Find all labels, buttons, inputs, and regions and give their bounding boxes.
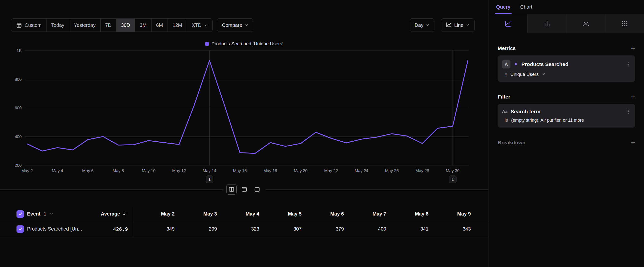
select-all-checkbox[interactable]: [16, 210, 24, 218]
series-letter-badge: A: [502, 60, 510, 69]
event-header-cell[interactable]: Event 1: [16, 207, 94, 221]
range-label: 12M: [172, 23, 182, 28]
date-column-header[interactable]: May 5: [259, 211, 302, 217]
panel-tab-bar: QueryChart: [489, 0, 644, 14]
layout-toggle-chart-only[interactable]: [239, 184, 250, 195]
filter-property-name[interactable]: Search term: [511, 109, 622, 115]
cell-value: 299: [175, 226, 217, 232]
view-tab-pivot-grid[interactable]: [606, 14, 644, 33]
date-column-header[interactable]: May 9: [428, 211, 471, 217]
range-button-custom[interactable]: Custom: [11, 19, 46, 32]
layout-toggle-table-only[interactable]: [252, 184, 262, 195]
visualization-tab-bar: [489, 14, 644, 33]
date-column-header[interactable]: May 2: [132, 211, 175, 217]
filter-value[interactable]: (empty string), Air purifier, or 11 more: [511, 118, 584, 123]
kebab-menu-icon[interactable]: [626, 62, 631, 67]
x-tick-label: May 8: [113, 168, 124, 173]
metric-card[interactable]: A ✦ Products Searched # Unique Users: [498, 55, 635, 82]
check-icon: [18, 212, 23, 216]
y-tick-label: 400: [15, 134, 22, 139]
y-tick-label: 200: [15, 163, 22, 168]
results-table: Event 1 Average May 2May 3May 4May 5May …: [0, 207, 488, 237]
filter-operator[interactable]: Is: [504, 118, 508, 123]
layout-toggle-split-view[interactable]: [226, 184, 237, 195]
range-label: XTD: [192, 23, 202, 28]
annotation-badge[interactable]: 1: [449, 176, 456, 183]
date-column-header[interactable]: May 7: [344, 211, 386, 217]
compare-label: Compare: [222, 23, 242, 28]
panel-tab-query[interactable]: Query: [496, 0, 510, 14]
sort-icon[interactable]: [122, 211, 128, 217]
range-button-7d[interactable]: 7D: [100, 19, 116, 32]
range-button-xtd[interactable]: XTD: [187, 19, 212, 32]
add-filter-button[interactable]: +: [631, 94, 635, 100]
range-label: Yesterday: [74, 23, 96, 28]
cell-value: 349: [132, 226, 175, 232]
annotation-badge[interactable]: 1: [206, 176, 213, 183]
range-label: 6M: [156, 23, 163, 28]
chevron-down-icon: [542, 72, 546, 77]
sort-icon: [122, 211, 128, 216]
x-tick-label: May 28: [416, 168, 429, 173]
view-tab-line-chart[interactable]: [489, 14, 528, 33]
table-body: Products Searched [Un...426.934929932330…: [0, 221, 488, 237]
table-header-row: Event 1 Average May 2May 3May 4May 5May …: [0, 207, 488, 221]
filter-card-row: Aa Search term: [502, 109, 631, 115]
y-tick-label: 800: [15, 77, 22, 82]
add-metric-button[interactable]: +: [631, 45, 635, 52]
granularity-button[interactable]: Day: [410, 19, 435, 32]
kebab-menu-icon[interactable]: [626, 109, 631, 114]
date-column-header[interactable]: May 4: [217, 211, 259, 217]
range-label: 7D: [105, 23, 112, 28]
metric-name[interactable]: Products Searched: [521, 61, 622, 67]
chart-canvas[interactable]: 2004006008001KMay 2May 4May 6May 8May 10…: [10, 47, 471, 185]
check-icon: [18, 227, 23, 231]
range-button-3m[interactable]: 3M: [135, 19, 152, 32]
measure-row[interactable]: # Unique Users: [502, 72, 631, 77]
pivot-grid-icon: [621, 20, 628, 27]
line-chart: 2004006008001KMay 2May 4May 6May 8May 10…: [10, 47, 488, 185]
filter-condition-row[interactable]: Is (empty string), Air purifier, or 11 m…: [502, 118, 631, 123]
range-button-30d[interactable]: 30D: [116, 19, 135, 32]
compare-button[interactable]: Compare: [217, 19, 253, 32]
date-column-header[interactable]: May 8: [386, 211, 428, 217]
chart-table-divider: [0, 189, 488, 190]
x-tick-label: May 24: [355, 168, 368, 173]
panel-tab-chart[interactable]: Chart: [520, 0, 532, 14]
add-breakdown-button[interactable]: +: [631, 139, 635, 146]
x-tick-label: May 2: [22, 168, 33, 173]
range-button-yesterday[interactable]: Yesterday: [69, 19, 100, 32]
svg-text:1: 1: [452, 177, 454, 182]
filter-card[interactable]: Aa Search term Is (empty string), Air pu…: [498, 104, 635, 128]
date-column-header[interactable]: May 6: [302, 211, 344, 217]
range-label: 3M: [140, 23, 146, 28]
view-tab-flow-chart[interactable]: [566, 14, 606, 33]
flow-chart-icon: [582, 20, 590, 27]
x-tick-label: May 20: [294, 168, 308, 173]
x-tick-label: May 16: [233, 168, 247, 173]
range-button-12m[interactable]: 12M: [168, 19, 187, 32]
view-tab-bar-chart[interactable]: [528, 14, 566, 33]
chevron-down-icon: [245, 23, 248, 27]
legend-swatch: [205, 42, 209, 46]
cell-value: 379: [302, 226, 344, 232]
range-button-today[interactable]: Today: [46, 19, 69, 32]
event-sparkle-icon: ✦: [514, 62, 518, 67]
chart-type-button[interactable]: Line: [441, 19, 474, 32]
date-column-header[interactable]: May 3: [175, 211, 217, 217]
metric-card-row: A ✦ Products Searched: [502, 60, 631, 69]
x-tick-label: May 18: [264, 168, 277, 173]
row-checkbox[interactable]: [16, 225, 24, 233]
panel-content: Metrics + A ✦ Products Searched # Unique…: [489, 33, 644, 146]
app-root: CustomTodayYesterday7D30D3M6M12MXTD Comp…: [0, 0, 644, 267]
series-line[interactable]: [27, 61, 468, 153]
average-header-label: Average: [101, 211, 120, 217]
layout-toggle-group: [223, 184, 265, 195]
average-header-cell[interactable]: Average: [94, 207, 128, 221]
y-tick-label: 600: [15, 106, 22, 110]
granularity-label: Day: [415, 23, 424, 28]
event-count: 1: [44, 211, 46, 217]
x-tick-label: May 22: [324, 168, 338, 173]
range-button-6m[interactable]: 6M: [152, 19, 168, 32]
x-tick-label: May 12: [172, 168, 186, 173]
